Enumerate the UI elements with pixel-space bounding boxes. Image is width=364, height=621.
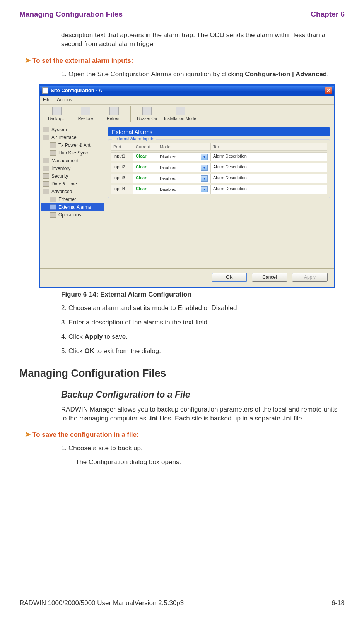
alarm-mode-value: Disabled [160, 176, 176, 181]
procedure-heading-2-text: To save the configuration in a file: [32, 431, 139, 438]
advanced-icon [43, 189, 49, 194]
alarm-mode-select[interactable]: Disabled▾ [157, 152, 210, 161]
page-header: Managing Configuration Files Chapter 6 [19, 10, 345, 19]
step-5-bold: OK [84, 347, 94, 355]
sidebar-item-label: External Alarms [58, 204, 91, 210]
alarm-text-input[interactable]: Alarm Description [210, 152, 327, 161]
alarm-port: Input2 [111, 163, 133, 172]
sidebar-item-operations[interactable]: Operations [41, 211, 104, 219]
footer-left: RADWIN 1000/2000/5000 User ManualVersion… [19, 599, 184, 607]
refresh-button[interactable]: Refresh [100, 106, 128, 122]
installation-mode-button[interactable]: Installation Mode [162, 106, 198, 122]
installation-icon [176, 107, 185, 115]
intro-paragraph: description text that appears in the ala… [61, 31, 345, 49]
inventory-icon [43, 166, 49, 171]
menu-file[interactable]: File [43, 97, 50, 103]
alarm-mode-value: Disabled [160, 165, 176, 170]
sidebar-item-label: Hub Site Sync [58, 150, 88, 156]
col-header-current: Current [133, 143, 157, 151]
step-3: 3. Enter a description of the alarms in … [61, 318, 345, 327]
alarm-mode-select[interactable]: Disabled▾ [157, 163, 210, 172]
content-panel: External Alarms External Alarm Inputs Po… [104, 124, 334, 268]
chevron-down-icon[interactable]: ▾ [201, 175, 208, 182]
footer-right: 6-18 [332, 599, 345, 607]
col-header-port: Port [111, 143, 133, 151]
sidebar-item-system[interactable]: System [41, 126, 104, 134]
sidebar-item-management[interactable]: Management [41, 157, 104, 165]
figure-caption: Figure 6-14: External Alarm Configuratio… [61, 291, 345, 298]
step-1-text-bold: Configura-tion | Advanced [245, 70, 327, 78]
chevron-icon: ➤ [25, 430, 31, 438]
buzzer-label: Buzzer On [137, 116, 157, 121]
alarm-row: Input3 Clear Disabled▾ Alarm Description [111, 174, 327, 183]
alarm-mode-value: Disabled [160, 154, 176, 159]
install-label: Installation Mode [164, 116, 196, 121]
buzzer-icon [142, 107, 152, 115]
menu-actions[interactable]: Actions [57, 97, 72, 103]
sidebar-item-external-alarms[interactable]: External Alarms [41, 203, 104, 211]
close-icon[interactable]: ✕ [325, 87, 332, 94]
alarm-current: Clear [133, 174, 157, 183]
header-left: Managing Configuration Files [19, 10, 123, 19]
sidebar-item-label: Air Interface [51, 135, 77, 140]
ethernet-icon [50, 197, 56, 202]
sidebar-item-security[interactable]: Security [41, 172, 104, 180]
step-5: 5. Click OK to exit from the dialog. [61, 347, 345, 356]
restore-label: Restore [78, 116, 93, 121]
alarm-port: Input4 [111, 185, 133, 194]
sidebar-item-tx-power[interactable]: Tx Power & Ant [41, 141, 104, 149]
step-4-pre: 4. Click [61, 333, 84, 340]
refresh-icon [109, 107, 119, 115]
backup-button[interactable]: Backup... [43, 106, 71, 122]
backup-paragraph: RADWIN Manager allows you to backup conf… [61, 405, 345, 423]
buzzer-button[interactable]: Buzzer On [133, 106, 161, 122]
step-4-bold: Apply [84, 333, 103, 340]
groupbox-title: External Alarm Inputs [112, 136, 156, 141]
sidebar-item-hub-site-sync[interactable]: Hub Site Sync [41, 149, 104, 157]
step-5-suf: to exit from the dialog. [94, 347, 161, 355]
page-footer: RADWIN 1000/2000/5000 User ManualVersion… [19, 596, 345, 607]
clock-icon [43, 181, 49, 187]
window-title: Site Configuration - A [51, 87, 102, 93]
alarm-row: Input4 Clear Disabled▾ Alarm Description [111, 185, 327, 194]
ok-button[interactable]: OK [212, 273, 247, 282]
alarm-text-input[interactable]: Alarm Description [210, 163, 327, 172]
col-header-text: Text [210, 143, 327, 151]
security-icon [43, 173, 49, 179]
sidebar-item-label: Ethernet [58, 197, 76, 202]
alarm-mode-select[interactable]: Disabled▾ [157, 185, 210, 194]
backup-icon [52, 107, 62, 115]
alarm-current: Clear [133, 163, 157, 172]
sidebar-item-inventory[interactable]: Inventory [41, 165, 104, 172]
apply-button[interactable]: Apply [292, 273, 328, 282]
procedure-heading-2: ➤To save the configuration in a file: [25, 430, 345, 439]
sidebar-item-ethernet[interactable]: Ethernet [41, 196, 104, 203]
sidebar-item-advanced[interactable]: Advanced [41, 188, 104, 196]
procedure-heading-1: ➤To set the external alarm inputs: [25, 56, 345, 65]
toolbar: Backup... Restore Refresh Buzzer On Inst… [40, 105, 334, 124]
alarm-text-input[interactable]: Alarm Description [210, 185, 327, 194]
sidebar-item-label: Management [51, 158, 79, 163]
button-bar: OK Cancel Apply [40, 268, 334, 287]
alarm-row: Input1 Clear Disabled▾ Alarm Description [111, 152, 327, 161]
step-1-text-pre: 1. Open the Site Configuration Alarms co… [61, 70, 245, 78]
sidebar-item-date-time[interactable]: Date & Time [41, 180, 104, 188]
chevron-down-icon[interactable]: ▾ [201, 165, 208, 171]
sidebar-item-label: Operations [58, 212, 81, 218]
sync-icon [50, 150, 56, 156]
save-step-1-sub: The Configuration dialog box opens. [75, 458, 345, 466]
step-4: 4. Click Apply to save. [61, 333, 345, 341]
sidebar-item-label: Security [51, 173, 68, 179]
alarm-row: Input2 Clear Disabled▾ Alarm Description [111, 163, 327, 172]
cancel-button[interactable]: Cancel [252, 273, 287, 282]
section-subheading-backup: Backup Configuration to a File [61, 389, 345, 400]
step-4-suf: to save. [103, 333, 128, 340]
restore-button[interactable]: Restore [72, 106, 99, 122]
chevron-down-icon[interactable]: ▾ [201, 154, 208, 160]
alarm-text-input[interactable]: Alarm Description [210, 174, 327, 183]
sidebar-item-air-interface[interactable]: Air Interface [41, 134, 104, 141]
chevron-down-icon[interactable]: ▾ [201, 186, 208, 192]
backup-label: Backup... [48, 116, 66, 121]
alarm-mode-select[interactable]: Disabled▾ [157, 174, 210, 183]
window-titlebar[interactable]: Site Configuration - A ✕ [40, 86, 334, 96]
